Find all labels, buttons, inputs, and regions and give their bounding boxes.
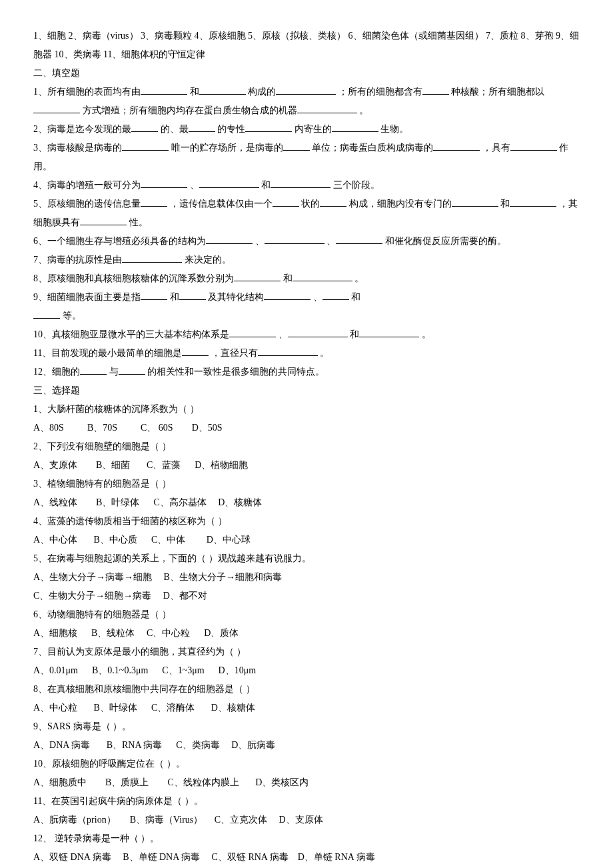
blank[interactable] — [258, 346, 318, 356]
mc-q10-choices: A、细胞质中 B、质膜上 C、线粒体内膜上 D、类核区内 — [33, 773, 580, 792]
section3-title: 三、选择题 — [33, 381, 580, 400]
text: 和 — [261, 180, 271, 190]
blank[interactable] — [276, 85, 336, 95]
blank[interactable] — [510, 197, 556, 207]
blank[interactable] — [320, 197, 346, 207]
mc-q11-choices: A、朊病毒（prion） B、病毒（Virus） C、立克次体 D、支原体 — [33, 811, 580, 829]
text: 4、病毒的增殖一般可分为 — [33, 180, 141, 190]
blank[interactable] — [182, 346, 209, 356]
mc-q11: 11、在英国引起疯牛病的病原体是（ ）。 — [33, 792, 580, 811]
blank[interactable] — [271, 178, 330, 188]
text: 、 — [255, 236, 265, 246]
blank[interactable] — [119, 365, 145, 375]
text: 和 — [500, 199, 510, 209]
mc-q9-choices: A、DNA 病毒 B、RNA 病毒 C、类病毒 D、朊病毒 — [33, 736, 580, 755]
blank[interactable] — [33, 309, 60, 319]
fill-q12: 12、细胞的 与 的相关性和一致性是很多细胞的共同特点。 — [33, 363, 580, 381]
blank[interactable] — [422, 85, 449, 95]
blank[interactable] — [245, 122, 292, 132]
blank[interactable] — [189, 122, 215, 132]
text: ；所有的细胞都含有 — [338, 87, 422, 97]
fill-q1: 1、所有细胞的表面均有由 和 构成的 ；所有的细胞都含有 种核酸；所有细胞都以 … — [33, 83, 580, 120]
blank[interactable] — [33, 103, 80, 113]
fill-q9: 9、细菌细胞表面主要是指 和 及其特化结构 、 和 — [33, 288, 580, 307]
blank[interactable] — [229, 327, 276, 337]
blank[interactable] — [452, 197, 498, 207]
text: 。 — [359, 105, 368, 115]
text: 来决定的。 — [185, 255, 231, 265]
blank[interactable] — [179, 290, 206, 300]
blank[interactable] — [264, 290, 310, 300]
mc-q7-choices: A、0.01μm B、0.1~0.3μm C、1~3μm D、10μm — [33, 661, 580, 680]
mc-q1-choices: A、80S B、70S C、 60S D、50S — [33, 419, 580, 437]
fill-q4: 4、病毒的增殖一般可分为 、 和 三个阶段。 — [33, 176, 580, 195]
blank[interactable] — [234, 271, 281, 281]
blank[interactable] — [141, 85, 187, 95]
blank[interactable] — [199, 178, 259, 188]
fill-q8: 8、原核细胞和真核细胞核糖体的沉降系数分别为 和 。 — [33, 269, 580, 288]
blank[interactable] — [80, 365, 107, 375]
blank[interactable] — [359, 327, 419, 337]
fill-q3: 3、病毒核酸是病毒的 唯一的贮存场所，是病毒的 单位；病毒蛋白质构成病毒的 ，具… — [33, 139, 580, 176]
text: 。 — [354, 273, 364, 283]
section2-title: 二、填空题 — [33, 64, 580, 83]
text: 的相关性和一致性是很多细胞的共同特点。 — [147, 367, 324, 377]
blank[interactable] — [141, 197, 167, 207]
fill-q2: 2、病毒是迄今发现的最 的、最 的专性 内寄生的 生物。 — [33, 120, 580, 139]
text: 、 — [326, 236, 336, 246]
blank[interactable] — [322, 290, 349, 300]
mc-q12: 12、 逆转录病毒是一种（ ）。 — [33, 829, 580, 848]
blank[interactable] — [288, 327, 348, 337]
blank[interactable] — [510, 141, 557, 151]
blank[interactable] — [199, 85, 246, 95]
text: 。 — [320, 348, 329, 358]
text: 种核酸；所有细胞都以 — [451, 87, 544, 97]
blank[interactable] — [265, 234, 324, 244]
blank[interactable] — [336, 234, 382, 244]
text: 3、病毒核酸是病毒的 — [33, 143, 122, 153]
blank[interactable] — [80, 215, 127, 225]
text: 唯一的贮存场所，是病毒的 — [171, 143, 283, 153]
blank[interactable] — [433, 141, 480, 151]
text: 性。 — [129, 217, 148, 227]
mc-q5: 5、在病毒与细胞起源的关系上，下面的（ ）观战越来越有说服力。 — [33, 549, 580, 568]
mc-q8: 8、在真核细胞和原核细胞中共同存在的细胞器是（ ） — [33, 680, 580, 699]
text: 等。 — [63, 311, 81, 321]
mc-q5-choices1: A、生物大分子→病毒→细胞 B、生物大分子→细胞和病毒 — [33, 568, 580, 587]
blank[interactable] — [297, 103, 357, 113]
mc-q6: 6、动物细胞特有的细胞器是（ ） — [33, 605, 580, 624]
fill-q11: 11、目前发现的最小最简单的细胞是 ，直径只有 。 — [33, 344, 580, 363]
text: ，直径只有 — [211, 348, 258, 358]
text: 和 — [350, 329, 359, 339]
mc-q6-choices: A、细胞核 B、线粒体 C、中心粒 D、质体 — [33, 624, 580, 643]
blank[interactable] — [122, 141, 169, 151]
mc-q9: 9、SARS 病毒是（ ）。 — [33, 717, 580, 736]
blank[interactable] — [141, 290, 167, 300]
blank[interactable] — [122, 253, 182, 263]
text: 构成的 — [248, 87, 276, 97]
mc-q1: 1、大肠杆菌的核糖体的沉降系数为（ ） — [33, 400, 580, 419]
blank[interactable] — [273, 197, 299, 207]
blank[interactable] — [293, 271, 352, 281]
blank[interactable] — [332, 122, 378, 132]
mc-q10: 10、原核细胞的呼吸酶定位在（ ）。 — [33, 755, 580, 773]
text: 5、原核细胞的遗传信息量 — [33, 199, 141, 209]
blank[interactable] — [141, 178, 187, 188]
text: 和 — [283, 273, 293, 283]
text: 三个阶段。 — [333, 180, 380, 190]
text: 状的 — [301, 199, 320, 209]
blank[interactable] — [283, 141, 310, 151]
blank[interactable] — [206, 234, 253, 244]
mc-q8-choices: A、中心粒 B、叶绿体 C、溶酶体 D、核糖体 — [33, 699, 580, 717]
text: 6、一个细胞生存与增殖必须具备的结构为 — [33, 236, 206, 246]
text: 的、最 — [161, 124, 189, 134]
blank[interactable] — [131, 122, 158, 132]
text: 12、细胞的 — [33, 367, 80, 377]
text: 9、细菌细胞表面主要是指 — [33, 292, 141, 302]
fill-q10: 10、真核细胞亚显微水平的三大基本结构体系是 、 和 。 — [33, 325, 580, 344]
text: 和催化酶促反应所需要的酶。 — [385, 236, 506, 246]
text: 及其特化结构 — [208, 292, 264, 302]
fill-q7: 7、病毒的抗原性是由 来决定的。 — [33, 251, 580, 269]
text: 构成，细胞内没有专门的 — [349, 199, 452, 209]
mc-q3: 3、植物细胞特有的细胞器是（ ） — [33, 475, 580, 493]
